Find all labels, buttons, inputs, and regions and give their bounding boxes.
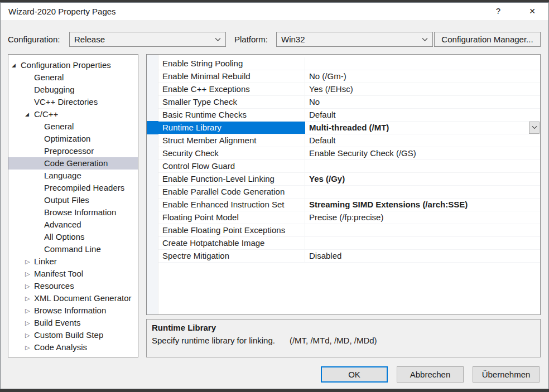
property-name[interactable]: Enable Enhanced Instruction Set (158, 199, 305, 211)
tree-item[interactable]: Preprocessor (8, 145, 138, 157)
property-name[interactable]: Struct Member Alignment (158, 134, 305, 147)
property-row: Enable String Pooling (158, 57, 540, 70)
property-value[interactable] (305, 237, 540, 249)
property-name[interactable]: Spectre Mitigation (158, 250, 305, 262)
tree-item[interactable]: Debugging (8, 84, 138, 96)
property-name[interactable]: Smaller Type Check (158, 96, 305, 108)
property-row: Floating Point ModelPrecise (/fp:precise… (158, 211, 540, 224)
chevron-down-icon (215, 38, 221, 41)
cancel-button[interactable]: Abbrechen (397, 366, 464, 383)
property-name[interactable]: Create Hotpatchable Image (158, 237, 305, 249)
property-row: Enable Function-Level LinkingYes (/Gy) (158, 173, 540, 186)
property-value[interactable]: No (/Gm-) (305, 70, 540, 83)
tree-item[interactable]: ▷Browse Information (8, 304, 138, 317)
property-value[interactable]: Precise (/fp:precise) (305, 211, 540, 224)
configuration-tree: ◢Configuration PropertiesGeneralDebuggin… (8, 54, 138, 357)
tree-item[interactable]: Precompiled Headers (8, 182, 138, 194)
value-dropdown-button[interactable] (529, 122, 540, 134)
tree-item[interactable]: Optimization (8, 133, 138, 145)
tree-collapsed-icon[interactable]: ▷ (25, 292, 34, 304)
tree-collapsed-icon[interactable]: ▷ (25, 341, 34, 354)
description-title: Runtime Library (152, 322, 535, 334)
tree-item-label: Preprocessor (44, 145, 94, 157)
tree-collapsed-icon[interactable]: ▷ (25, 317, 34, 329)
tree-item-label: Manifest Tool (34, 268, 83, 280)
property-value[interactable]: No (305, 96, 540, 108)
tree-item-label: Debugging (34, 84, 75, 96)
property-value[interactable] (305, 160, 540, 172)
tree-item-label: Custom Build Step (34, 329, 103, 341)
tree-item[interactable]: ◢C/C++ (8, 108, 138, 120)
property-name[interactable]: Enable String Pooling (158, 57, 305, 70)
tree-collapsed-icon[interactable]: ▷ (25, 329, 34, 341)
help-button[interactable]: ? (488, 3, 508, 20)
property-pages-dialog: Wizard-2020 Property Pages ? ✕ Configura… (0, 2, 549, 389)
ok-button[interactable]: OK (321, 366, 388, 383)
tree-item[interactable]: ▷Code Analysis (8, 341, 138, 354)
property-value[interactable]: Default (305, 134, 540, 147)
description-panel: Runtime Library Specify runtime library … (146, 319, 541, 357)
property-name[interactable]: Enable Minimal Rebuild (158, 70, 305, 83)
property-name[interactable]: Enable Parallel Code Generation (158, 186, 305, 198)
tree-expanded-icon[interactable]: ◢ (25, 108, 34, 120)
property-value[interactable]: Yes (/Gy) (305, 173, 540, 185)
tree-item[interactable]: Browse Information (8, 206, 138, 219)
tree-item[interactable]: ▷Linker (8, 255, 138, 268)
tree-collapsed-icon[interactable]: ▷ (25, 255, 34, 268)
tree-item-label: Command Line (44, 243, 101, 255)
tree-item[interactable]: Language (8, 170, 138, 182)
tree-item[interactable]: ▷Build Events (8, 317, 138, 329)
property-name[interactable]: Enable Floating Point Exceptions (158, 224, 305, 236)
tree-item[interactable]: Code Generation (8, 157, 138, 170)
tree-expanded-icon[interactable]: ◢ (12, 59, 21, 71)
property-name[interactable]: Enable Function-Level Linking (158, 173, 305, 185)
tree-item[interactable]: ▷Custom Build Step (8, 329, 138, 341)
window-title: Wizard-2020 Property Pages (8, 3, 116, 20)
tree-item[interactable]: General (8, 120, 138, 133)
configuration-manager-button[interactable]: Configuration Manager... (434, 32, 541, 47)
property-name[interactable]: Control Flow Guard (158, 160, 305, 172)
tree-item[interactable]: All Options (8, 231, 138, 243)
tree-item[interactable]: Output Files (8, 194, 138, 206)
property-value[interactable] (305, 186, 540, 198)
configuration-select[interactable]: Release (69, 32, 226, 47)
platform-label: Platform: (234, 32, 268, 47)
tree-item-label: General (44, 120, 74, 133)
property-value[interactable]: Streaming SIMD Extensions (/arch:SSE) (305, 199, 540, 211)
property-value[interactable]: Enable Security Check (/GS) (305, 147, 540, 159)
tree-collapsed-icon[interactable]: ▷ (25, 304, 34, 317)
platform-select[interactable]: Win32 (276, 32, 433, 47)
property-row: Runtime LibraryMulti-threaded (/MT) (158, 122, 540, 134)
tree-item[interactable]: Command Line (8, 243, 138, 255)
property-name[interactable]: Basic Runtime Checks (158, 109, 305, 121)
property-name[interactable]: Floating Point Model (158, 211, 305, 224)
tree-item-label: General (34, 71, 64, 84)
property-value[interactable]: Multi-threaded (/MT) (305, 122, 540, 134)
property-value[interactable]: Default (305, 109, 540, 121)
property-row: Struct Member AlignmentDefault (158, 134, 540, 147)
tree-item[interactable]: ▷Resources (8, 280, 138, 292)
configuration-label: Configuration: (8, 32, 60, 47)
property-row: Enable Floating Point Exceptions (158, 224, 540, 237)
tree-collapsed-icon[interactable]: ▷ (25, 268, 34, 280)
tree-item[interactable]: ▷XML Document Generator (8, 292, 138, 304)
property-value[interactable] (305, 57, 540, 70)
property-value[interactable]: Yes (/EHsc) (305, 83, 540, 95)
property-value[interactable] (305, 224, 540, 236)
close-button[interactable]: ✕ (522, 3, 543, 20)
tree-item[interactable]: VC++ Directories (8, 96, 138, 108)
property-row: Enable Parallel Code Generation (158, 186, 540, 199)
tree-item[interactable]: ▷Manifest Tool (8, 268, 138, 280)
property-name[interactable]: Runtime Library (158, 122, 305, 134)
tree-item[interactable]: Advanced (8, 219, 138, 231)
tree-item-label: Browse Information (34, 304, 106, 317)
property-rows: Enable String PoolingEnable Minimal Rebu… (158, 57, 540, 263)
description-flags: (/MT, /MTd, /MD, /MDd) (290, 336, 377, 345)
property-name[interactable]: Enable C++ Exceptions (158, 83, 305, 95)
apply-button[interactable]: Übernehmen (473, 366, 540, 383)
tree-item[interactable]: General (8, 71, 138, 84)
property-value[interactable]: Disabled (305, 250, 540, 262)
tree-collapsed-icon[interactable]: ▷ (25, 280, 34, 292)
tree-item[interactable]: ◢Configuration Properties (8, 59, 138, 71)
property-name[interactable]: Security Check (158, 147, 305, 159)
